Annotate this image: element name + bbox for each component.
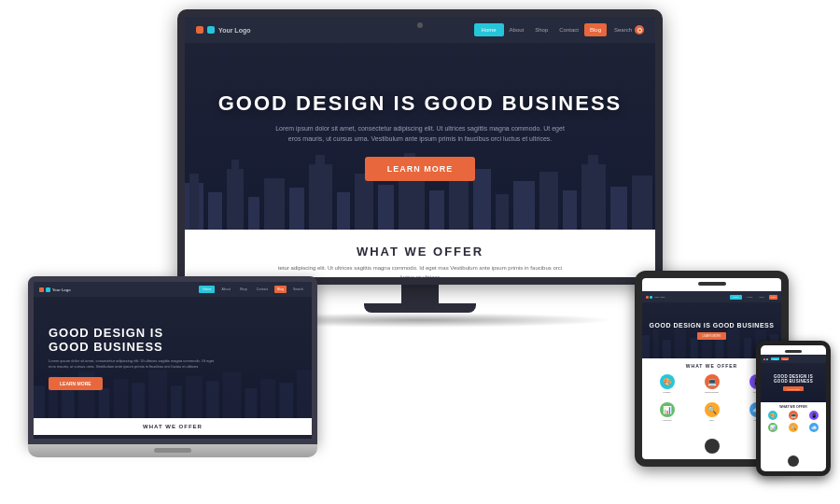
phone-service-5: 🔍 [784,423,803,433]
service-icon-dev: 💻 [705,374,720,389]
laptop-nav-blog: Blog [274,286,287,293]
tablet-nav-home: Home [730,295,742,300]
svg-rect-35 [186,376,203,418]
service-label-4: Analytics [649,419,685,422]
hero-title: GOOD DESIGN IS GOOD BUSINESS [218,91,623,116]
monitor-screen: Your Logo Home About Shop Contact Blog S… [177,9,663,285]
phone-nav: Home Blog [761,355,826,363]
tablet-service-2: 💻 Development [691,371,733,397]
svg-rect-31 [113,379,128,418]
svg-rect-44 [663,340,671,358]
phone-icon-5: 🔍 [789,423,798,432]
svg-rect-24 [610,187,627,230]
phone-hero-title: GOOD DESIGN ISGOOD BUSINESS [774,374,813,384]
logo-text: Your Logo [218,27,250,34]
tablet-nav-about: About [745,296,755,299]
site-nav: Your Logo Home About Shop Contact Blog S… [185,17,655,43]
phone-icon-1: 🎨 [768,411,777,420]
search-icon[interactable] [635,25,644,35]
svg-rect-22 [581,164,606,230]
service-label-1: Design [649,391,685,394]
laptop-hero-sub: Lorem ipsum dolor sit amet, consectetur … [49,358,217,370]
logo-icon-teal [207,26,215,34]
phone-service-4: 📊 [763,423,782,433]
laptop-nav-search: Search [290,287,306,291]
laptop-section-title: WHAT WE OFFER [39,424,306,429]
tablet-nav-blog: Blog [769,295,777,300]
svg-rect-42 [642,335,650,358]
nav-about[interactable]: About [504,27,530,33]
service-icon-seo: 🔍 [705,402,720,417]
tablet-hero-title: GOOD DESIGN IS GOOD BUSINESS [650,322,775,329]
laptop-nav-contact: Contact [254,287,271,291]
phone-icon-3: 📱 [809,411,819,420]
svg-rect-9 [315,155,325,166]
monitor-base [364,303,476,313]
nav-blog[interactable]: Blog [584,23,607,36]
search-label: Search [614,27,632,33]
search-area: Search [614,25,644,35]
svg-rect-20 [539,172,558,230]
section-text: tetur adipiscing elit. Ut ultrices sagit… [271,264,569,277]
phone-icon-4: 📊 [768,423,777,432]
phone-icon-2: 💻 [789,411,798,420]
phone-services: 🎨 💻 📱 📊 🔍 [761,411,826,433]
svg-rect-19 [513,181,535,230]
phone-nav-blog: Blog [781,357,789,360]
laptop-nav-about: About [218,287,232,291]
service-icon-design: 🎨 [660,374,675,389]
laptop-body [28,444,317,457]
tablet-service-5: 🔍 SEO [691,399,733,425]
nav-contact[interactable]: Contact [553,27,584,33]
laptop-nav-shop: Shop [237,287,250,291]
phone-service-6: ☁️ [805,423,823,433]
tablet-service-1: 🎨 Design [646,371,688,397]
svg-rect-40 [279,383,293,418]
svg-rect-39 [260,379,275,418]
svg-rect-4 [231,160,239,169]
monitor-stand [401,285,439,303]
laptop-nav: Your Logo Home About Shop Contact Blog S… [34,282,312,297]
svg-rect-28 [62,390,75,418]
logo-block: Your Logo [196,26,467,34]
laptop-hero: GOOD DESIGN ISGOOD BUSINESS Lorem ipsum … [34,297,312,418]
svg-rect-23 [588,155,598,166]
svg-rect-45 [675,326,686,358]
svg-rect-10 [337,192,350,230]
svg-rect-3 [227,169,244,230]
nav-shop[interactable]: Shop [529,27,553,33]
svg-rect-21 [563,190,577,230]
svg-rect-32 [132,383,145,418]
svg-rect-37 [223,371,242,418]
svg-rect-50 [744,338,751,358]
svg-rect-26 [34,385,45,418]
tablet-nav: Your Logo Home About Shop Blog [642,291,781,302]
what-we-offer-section: WHAT WE OFFER tetur adipiscing elit. Ut … [185,230,655,277]
laptop-nav-home: Home [199,286,215,293]
hero-cta-button[interactable]: LEARN MORE [365,157,476,181]
logo-icon-orange [196,26,203,34]
svg-rect-33 [148,370,167,418]
laptop-hero-title: GOOD DESIGN ISGOOD BUSINESS [49,326,163,354]
tablet-service-4: 📊 Analytics [646,399,688,425]
svg-rect-2 [208,192,222,230]
phone-icon-6: ☁️ [809,423,819,432]
phone-hero: GOOD DESIGN ISGOOD BUSINESS LEARN MORE [761,363,826,402]
phone-screen: Home Blog GOOD DESIGN ISGOOD BUSINESS LE… [756,341,831,476]
svg-rect-6 [264,178,285,230]
service-icon-analytics: 📊 [660,402,675,417]
phone-service-1: 🎨 [763,411,782,421]
svg-rect-17 [473,169,491,230]
phone-service-3: 📱 [805,411,823,421]
nav-links: Home About Shop Contact Blog [474,23,607,36]
svg-rect-43 [653,329,659,358]
service-label-2: Development [693,391,730,394]
svg-rect-34 [171,385,182,418]
tablet-nav-shop: Shop [757,296,766,299]
svg-rect-7 [289,188,304,230]
phone-nav-home: Home [771,357,779,360]
laptop-section: WHAT WE OFFER [34,418,312,435]
phone-section: WHAT WE OFFER 🎨 💻 📱 📊 [761,402,826,433]
svg-rect-12 [378,185,394,230]
nav-home[interactable]: Home [474,23,504,36]
